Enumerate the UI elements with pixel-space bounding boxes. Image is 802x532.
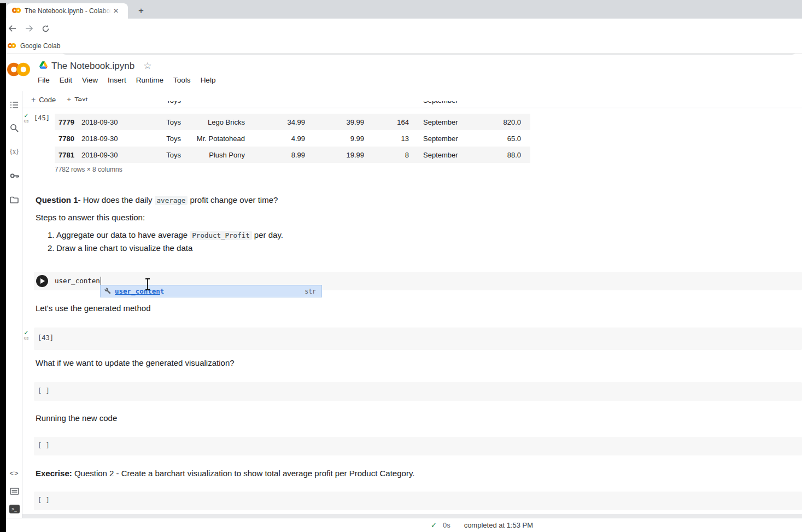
run-cell-button[interactable]: [36, 275, 48, 287]
markdown-text: What if we want to update the generated …: [36, 358, 235, 367]
left-sidebar: {x} <> >_: [6, 91, 22, 518]
command-palette-icon[interactable]: [8, 484, 21, 498]
menu-bar: File Edit View Insert Runtime Tools Help: [38, 76, 215, 84]
notebook-title[interactable]: The Notebook.ipynb: [51, 61, 134, 72]
inline-code: Product_Profit: [190, 231, 251, 240]
dataframe-summary: 7782 rows × 8 columns: [55, 166, 122, 173]
new-tab-button[interactable]: +: [134, 4, 148, 17]
tab-close-icon[interactable]: ✕: [113, 7, 119, 15]
status-message[interactable]: completed at 1:53 PM: [464, 521, 533, 529]
code-cell[interactable]: [ ]: [34, 437, 802, 455]
dataframe-partial-row: Toys September: [55, 101, 530, 107]
menu-runtime[interactable]: Runtime: [136, 76, 163, 84]
execution-time: 0s: [443, 521, 450, 529]
menu-insert[interactable]: Insert: [108, 76, 126, 84]
inline-code: average: [155, 196, 188, 205]
list-item: 2.Draw a line chart to visualize the dat…: [48, 243, 192, 253]
markdown-text: Running the new code: [36, 413, 117, 423]
search-icon[interactable]: [8, 121, 21, 135]
wrench-icon: [104, 287, 111, 296]
execution-count: [43]: [38, 334, 54, 342]
code-cell[interactable]: [43]: [34, 328, 802, 350]
table-of-contents-icon[interactable]: [8, 98, 21, 112]
scroll-edge: [22, 514, 802, 518]
cell-prompt: [ ]: [38, 442, 50, 449]
colab-favicon: [12, 6, 21, 16]
execution-indicator[interactable]: ✓ 0s: [22, 330, 30, 341]
play-icon: [40, 278, 45, 284]
plus-icon: +: [31, 95, 36, 104]
colab-logo: [7, 61, 30, 80]
execution-count: [45]: [34, 114, 50, 122]
table-row: 7779 2018-09-30 Toys Lego Bricks 34.99 3…: [55, 114, 530, 130]
check-icon: ✓: [22, 330, 30, 336]
star-icon[interactable]: ☆: [143, 60, 151, 72]
bookmark-google-colab[interactable]: Google Colab: [8, 41, 60, 51]
tab-title: The Notebook.ipynb - Colaborat: [25, 7, 111, 15]
markdown-exercise: Execrise: Question 2 - Create a barchart…: [36, 469, 414, 478]
status-bar: ✓ 0s completed at 1:53 PM: [0, 518, 802, 532]
menu-help[interactable]: Help: [201, 76, 216, 84]
markdown-steps: Steps to answer this question:: [36, 213, 145, 222]
bookmarks-bar: Google Colab: [0, 38, 802, 54]
code-cell[interactable]: [ ]: [34, 382, 802, 401]
bookmark-label: Google Colab: [20, 42, 60, 50]
cell-prompt: [ ]: [38, 387, 50, 395]
table-row: 7781 2018-09-30 Toys Plush Pony 8.99 19.…: [55, 147, 530, 163]
cell-prompt: [ ]: [38, 496, 50, 504]
check-icon: ✓: [431, 521, 437, 529]
browser-navbar: colab.research.google.com/drive/1eGgppOe…: [0, 19, 802, 38]
menu-tools[interactable]: Tools: [173, 76, 191, 84]
screen-edge-strip: [0, 3, 6, 532]
mouse-ibeam-cursor: [144, 278, 151, 293]
autocomplete-popup[interactable]: user_content str: [100, 285, 322, 297]
code-snippets-icon[interactable]: <>: [8, 466, 21, 480]
autocomplete-type: str: [305, 288, 316, 295]
reload-icon[interactable]: [39, 22, 51, 34]
secrets-key-icon[interactable]: [8, 169, 21, 182]
forward-icon[interactable]: [23, 22, 35, 34]
check-icon: ✓: [22, 113, 30, 119]
execution-indicator[interactable]: ✓ 0s: [22, 113, 30, 124]
back-icon[interactable]: [7, 22, 19, 34]
browser-tab[interactable]: The Notebook.ipynb - Colaborat ✕: [7, 3, 128, 19]
code-editor[interactable]: user_conten: [55, 277, 101, 285]
menu-file[interactable]: File: [38, 76, 50, 84]
menu-view[interactable]: View: [82, 76, 98, 84]
code-cell[interactable]: [ ]: [34, 492, 802, 510]
menu-edit[interactable]: Edit: [60, 76, 72, 84]
table-row: 7780 2018-09-30 Toys Mr. Potatohead 4.99…: [55, 130, 530, 147]
terminal-icon[interactable]: >_: [8, 502, 21, 516]
browser-tab-bar: The Notebook.ipynb - Colaborat ✕ +: [0, 0, 802, 19]
dataframe-output: 7779 2018-09-30 Toys Lego Bricks 34.99 3…: [55, 114, 530, 163]
text-caret: [101, 277, 102, 285]
colab-favicon: [8, 41, 16, 51]
list-item: 1.Aggregate our data to have average Pro…: [48, 230, 283, 239]
autocomplete-suggestion[interactable]: user_content: [115, 287, 164, 295]
variables-icon[interactable]: {x}: [8, 145, 21, 158]
markdown-question-1: Question 1- How does the daily average p…: [36, 195, 278, 204]
files-folder-icon[interactable]: [8, 193, 21, 206]
markdown-text: Let's use the generated method: [36, 303, 151, 313]
drive-icon: [39, 61, 48, 71]
add-code-button[interactable]: + Code: [31, 93, 56, 106]
